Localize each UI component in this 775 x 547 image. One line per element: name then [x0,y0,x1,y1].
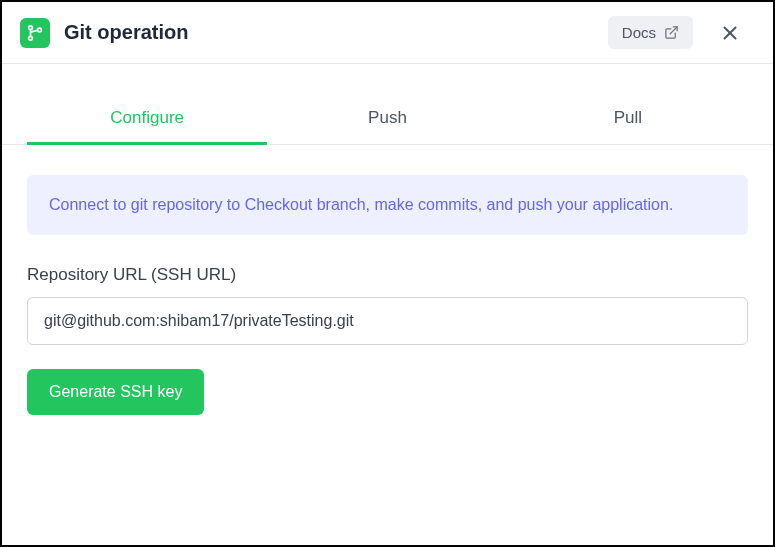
svg-line-3 [670,27,677,34]
tab-configure[interactable]: Configure [27,94,267,145]
dialog-header: Git operation Docs [2,2,773,64]
repo-url-label: Repository URL (SSH URL) [27,265,748,285]
info-banner: Connect to git repository to Checkout br… [27,175,748,235]
docs-button[interactable]: Docs [608,16,693,49]
tab-pull[interactable]: Pull [508,94,748,145]
dialog-title: Git operation [64,21,608,44]
close-button[interactable] [715,18,745,48]
external-link-icon [664,25,679,40]
repo-url-input[interactable] [27,297,748,345]
content-area: Connect to git repository to Checkout br… [2,145,773,445]
close-icon [719,22,741,44]
tab-bar: Configure Push Pull [2,94,773,145]
docs-label: Docs [622,24,656,41]
git-icon [20,18,50,48]
generate-ssh-key-button[interactable]: Generate SSH key [27,369,204,415]
tab-push[interactable]: Push [267,94,507,145]
